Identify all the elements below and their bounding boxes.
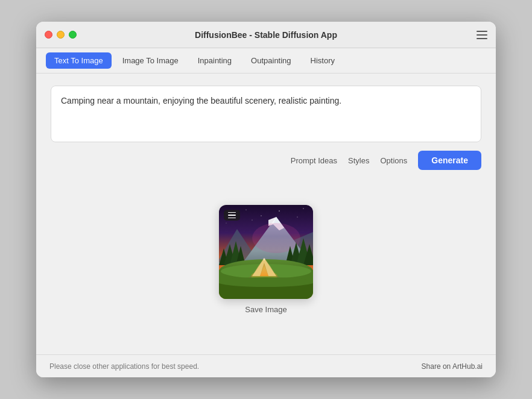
svg-point-13 xyxy=(252,223,300,253)
footer-status-text: Please close other applications for best… xyxy=(49,362,199,371)
generate-button[interactable]: Generate xyxy=(418,151,481,170)
close-button[interactable] xyxy=(45,31,52,39)
svg-point-7 xyxy=(226,222,227,223)
svg-point-6 xyxy=(303,208,303,209)
hamburger-menu-icon[interactable] xyxy=(477,31,487,39)
badge-line xyxy=(228,218,236,219)
app-window: DiffusionBee - Stable Diffusion App Text… xyxy=(36,22,496,377)
tab-text-to-image[interactable]: Text To Image xyxy=(46,52,112,69)
arthub-link[interactable]: Share on ArtHub.ai xyxy=(422,362,483,371)
svg-point-35 xyxy=(219,277,313,287)
tab-inpainting[interactable]: Inpainting xyxy=(189,52,240,69)
main-content: Prompt Ideas Styles Options Generate xyxy=(36,74,496,354)
tab-bar: Text To Image Image To Image Inpainting … xyxy=(36,48,496,74)
tab-history[interactable]: History xyxy=(302,52,343,69)
prompt-container xyxy=(51,86,481,142)
minimize-button[interactable] xyxy=(57,31,65,39)
tab-image-to-image[interactable]: Image To Image xyxy=(114,52,187,69)
hamburger-line xyxy=(477,34,487,36)
generated-image-wrapper xyxy=(219,205,313,299)
svg-point-2 xyxy=(245,209,246,210)
window-title: DiffusionBee - Stable Diffusion App xyxy=(195,30,337,40)
image-area: Save Image xyxy=(51,176,481,342)
svg-point-8 xyxy=(252,219,252,220)
image-menu-badge[interactable] xyxy=(224,210,240,221)
actions-row: Prompt Ideas Styles Options Generate xyxy=(51,151,481,170)
hamburger-line xyxy=(477,38,487,39)
traffic-lights xyxy=(45,31,77,39)
prompt-input[interactable] xyxy=(61,95,471,131)
svg-point-5 xyxy=(297,216,297,217)
prompt-ideas-link[interactable]: Prompt Ideas xyxy=(291,156,337,165)
svg-point-3 xyxy=(261,215,261,216)
badge-line xyxy=(228,215,236,216)
maximize-button[interactable] xyxy=(69,31,77,39)
options-link[interactable]: Options xyxy=(380,156,407,165)
tab-outpainting[interactable]: Outpainting xyxy=(242,52,300,69)
hamburger-line xyxy=(477,31,487,32)
save-image-label[interactable]: Save Image xyxy=(245,305,287,314)
footer: Please close other applications for best… xyxy=(36,354,496,377)
title-bar: DiffusionBee - Stable Diffusion App xyxy=(36,22,496,48)
svg-point-4 xyxy=(279,210,280,212)
badge-line xyxy=(228,212,236,213)
styles-link[interactable]: Styles xyxy=(348,156,369,165)
